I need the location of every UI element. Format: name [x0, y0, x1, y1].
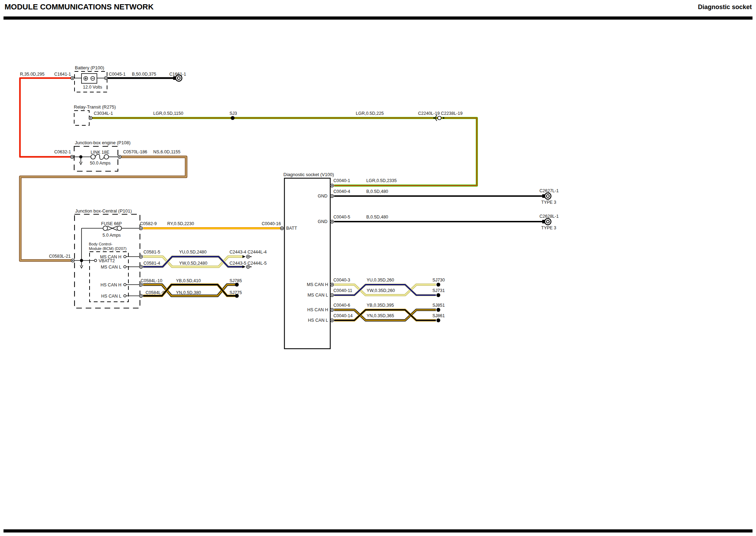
- connector-label: C0583L-21: [49, 254, 71, 259]
- connector-icon: [71, 77, 74, 80]
- connector-icon: [89, 117, 92, 120]
- wire-label: R,35.0D,295: [20, 72, 44, 77]
- junction-dot: [80, 259, 83, 262]
- connector-icon: [331, 195, 334, 198]
- splice-label: SJ861: [432, 313, 445, 318]
- wire-label: YN,0.35D,365: [367, 313, 394, 318]
- ground-ring-terminal-icon: [542, 218, 551, 225]
- connector-label: C2627L-1: [539, 188, 559, 193]
- fuse-icon: [103, 226, 122, 231]
- connector-icon: [331, 294, 334, 297]
- ground-ring-terminal-icon: [542, 193, 551, 199]
- splice-label: SJ3: [229, 111, 237, 116]
- wire-label: LGR,0.5D,2335: [366, 178, 397, 183]
- wire-label: YU,0.5D,2480: [179, 250, 207, 255]
- battery-voltage: 12.0 Volts: [83, 85, 102, 90]
- pin-label: GND: [318, 219, 327, 224]
- splice-label: SJ851: [432, 303, 445, 308]
- connector-label: C0040-16: [262, 221, 281, 226]
- splice-dot: [235, 294, 239, 298]
- wire-label: YN,0.5D,380: [176, 290, 201, 295]
- diagnostic-socket-box: [284, 178, 330, 349]
- bcm-pin: [124, 295, 126, 297]
- connector-label: C2443-4 C2444L-4: [229, 250, 267, 255]
- jbe-title: Junction-box engine (P108): [75, 140, 130, 145]
- splice-dot: [437, 283, 440, 287]
- relay-title: Relay-Transit (R275): [74, 104, 116, 110]
- splice-dot: [437, 293, 440, 297]
- pin-label: BATT: [286, 226, 297, 231]
- bcm-section: Body Control- Module (BCM) (D207) MS CAN…: [89, 242, 143, 302]
- bcm-hs-can-twisted-pair: C0584L-10 YB,0.5D,410 SJ785 C0584L-9 YN,…: [141, 278, 242, 298]
- bcm-pin: [124, 256, 126, 258]
- wire-label: B,0.5D,480: [366, 189, 388, 194]
- wire-label: YW,0.5D,2480: [179, 261, 207, 266]
- junction-dot: [79, 155, 83, 159]
- connector-icon: [71, 155, 74, 159]
- bcm-ms-can-twisted-pair: C0581-5 YU,0.5D,2480 C2443-4 C2444L-4 C0…: [143, 250, 267, 269]
- connector-label: C0582-9: [140, 221, 157, 226]
- connector-icon: [331, 308, 334, 312]
- bottom-rule: [3, 529, 753, 532]
- jbc-title: Junction box-Central (P101): [75, 208, 132, 214]
- inline-connector-icon: [242, 255, 252, 258]
- bcm-pin: [124, 284, 126, 286]
- connector-icon: [331, 184, 334, 187]
- bcm-pin: [124, 266, 126, 268]
- module-communications-network-diagram: MODULE COMMUNICATIONS NETWORK Diagnostic…: [0, 0, 756, 536]
- pin-label: MS CAN L: [101, 265, 121, 270]
- pin-label: MS CAN L: [308, 293, 328, 298]
- bcm-title-line2: Module (BCM) (D207): [89, 246, 127, 251]
- socket-hs-can-twisted-pair: C0040-6 YB,0.35D,395 SJ851 C0040-14 YN,0…: [333, 303, 445, 322]
- wire-label: LGR,0.5D,225: [356, 111, 384, 116]
- fuse-label: FUSE 66P: [101, 221, 122, 226]
- ground-type-label: TYPE 3: [541, 225, 556, 230]
- connector-icon: [140, 255, 143, 258]
- wire-label: NS,6.0D,1155: [153, 149, 181, 154]
- splice-label: SJ731: [432, 288, 445, 293]
- socket-title: Diagnostic socket (V100): [283, 172, 334, 177]
- connector-label: C0581-5: [143, 250, 160, 255]
- diagnostic-socket-section: Diagnostic socket (V100) BATT GND GND MS…: [283, 172, 559, 349]
- pin-label: HS CAN L: [308, 318, 328, 323]
- page-title: MODULE COMMUNICATIONS NETWORK: [5, 2, 154, 11]
- wire-label: YB,0.5D,410: [176, 278, 201, 283]
- wire-label: B,0.5D,480: [366, 215, 388, 220]
- connector-label: C0584L-9: [146, 290, 165, 295]
- splice-dot: [231, 116, 235, 120]
- connector-label: C0045-1: [109, 72, 126, 77]
- connector-label: C0632-1: [54, 149, 71, 154]
- battery-feed-wire-red: [20, 78, 71, 157]
- fusible-link-icon: [91, 154, 109, 160]
- connector-icon: [331, 283, 334, 286]
- relay-dashed-box: [74, 111, 89, 125]
- splice-dot: [437, 308, 440, 312]
- wiring-diagram-page: MODULE COMMUNICATIONS NETWORK Diagnostic…: [0, 0, 756, 536]
- connector-icon: [331, 220, 334, 223]
- connector-label: C1641-1: [54, 72, 71, 77]
- page-subtitle: Diagnostic socket: [698, 4, 752, 11]
- pin-label: HS CAN L: [101, 294, 121, 299]
- connector-label: C0040-11: [333, 288, 352, 293]
- connector-label: C0584L-10: [141, 278, 162, 283]
- fuse-rating: 5.0 Amps: [103, 233, 121, 238]
- splice-label: SJ730: [432, 278, 445, 283]
- splice-dot: [235, 283, 239, 287]
- connector-label: C0040-6: [333, 303, 350, 308]
- connector-label: C2240L-19 C2238L-19: [418, 111, 462, 116]
- power-feed-arrow-icon: [80, 262, 83, 268]
- connector-label: C0040-14: [333, 313, 353, 318]
- connector-label: C0040-4: [333, 189, 350, 194]
- vbatt2-pin: [94, 259, 97, 262]
- connector-label: C0040-3: [333, 278, 350, 283]
- wire-label: LGR,0.5D,1150: [153, 111, 183, 116]
- connector-label: C3034L-1: [94, 111, 113, 116]
- battery-title: Battery (P100): [75, 65, 104, 70]
- ground-type-label: TYPE 3: [541, 200, 556, 205]
- fusible-link-label: LINK 18E: [91, 150, 109, 155]
- connector-icon: [140, 227, 143, 230]
- connector-icon: [140, 283, 143, 286]
- wire-label: YW,0.35D,260: [367, 288, 395, 293]
- connector-icon: [140, 265, 143, 269]
- wire-label: YU,0.35D,260: [367, 278, 394, 283]
